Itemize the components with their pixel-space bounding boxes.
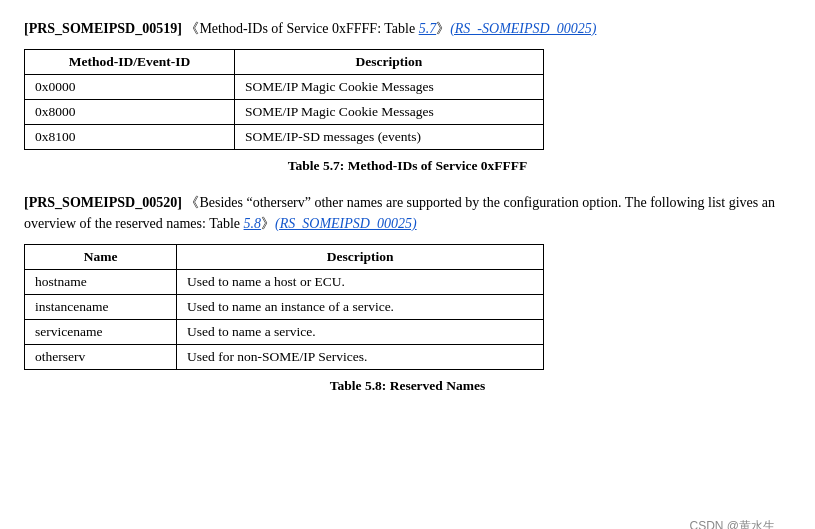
section1-col-header-0: Method-ID/Event-ID [25,50,235,75]
section1-table-header-row: Method-ID/Event-ID Description [25,50,544,75]
section2-cell-0-0: hostname [25,270,177,295]
section2-col-header-0: Name [25,245,177,270]
section2-caption: Table 5.8: Reserved Names [24,378,791,394]
section1-cell-2-1: SOME/IP-SD messages (events) [234,125,543,150]
section2-id: [PRS_SOMEIPSD_00520] [24,195,182,210]
section1-link1[interactable]: 5.7 [419,21,437,36]
table-row: otherservUsed for non-SOME/IP Services. [25,345,544,370]
section2-cell-3-1: Used for non-SOME/IP Services. [177,345,544,370]
table-row: servicenameUsed to name a service. [25,320,544,345]
section1-bracket-open: 《Method-IDs of Service 0xFFFF: Table [185,21,418,36]
section2-link2[interactable]: (RS_SOMEIPSD_00025) [275,216,417,231]
section1-cell-1-1: SOME/IP Magic Cookie Messages [234,100,543,125]
section1-cell-2-0: 0x8100 [25,125,235,150]
table-row: 0x8000SOME/IP Magic Cookie Messages [25,100,544,125]
section1-link2[interactable]: (RS_-SOMEIPSD_00025) [450,21,596,36]
section2-cell-2-0: servicename [25,320,177,345]
section2-table-header-row: Name Description [25,245,544,270]
section2-cell-0-1: Used to name a host or ECU. [177,270,544,295]
section1-table-container: Method-ID/Event-ID Description 0x0000SOM… [24,49,791,174]
section2-table: Name Description hostnameUsed to name a … [24,244,544,370]
section1-bracket-close: 》 [436,21,450,36]
section1-caption: Table 5.7: Method-IDs of Service 0xFFFF [24,158,791,174]
section1-header: [PRS_SOMEIPSD_00519] 《Method-IDs of Serv… [24,18,791,39]
section2-col-header-1: Description [177,245,544,270]
table-row: 0x8100SOME/IP-SD messages (events) [25,125,544,150]
table-row: instancenameUsed to name an instance of … [25,295,544,320]
page-wrapper: [PRS_SOMEIPSD_00519] 《Method-IDs of Serv… [24,18,791,529]
section2-cell-2-1: Used to name a service. [177,320,544,345]
section2-link1[interactable]: 5.8 [244,216,262,231]
section2-table-container: Name Description hostnameUsed to name a … [24,244,791,394]
section1-id: [PRS_SOMEIPSD_00519] [24,21,182,36]
section2-cell-3-0: otherserv [25,345,177,370]
section1-cell-0-1: SOME/IP Magic Cookie Messages [234,75,543,100]
section2-cell-1-1: Used to name an instance of a service. [177,295,544,320]
section-2: [PRS_SOMEIPSD_00520] 《Besides “otherserv… [24,192,791,394]
table-row: 0x0000SOME/IP Magic Cookie Messages [25,75,544,100]
section1-cell-0-0: 0x0000 [25,75,235,100]
section2-header: [PRS_SOMEIPSD_00520] 《Besides “otherserv… [24,192,791,234]
section1-cell-1-0: 0x8000 [25,100,235,125]
section1-col-header-1: Description [234,50,543,75]
section2-bracket: 》 [261,216,275,231]
section2-cell-1-0: instancename [25,295,177,320]
table-row: hostnameUsed to name a host or ECU. [25,270,544,295]
watermark: CSDN @黄水生 [689,518,775,529]
section-1: [PRS_SOMEIPSD_00519] 《Method-IDs of Serv… [24,18,791,174]
section1-table: Method-ID/Event-ID Description 0x0000SOM… [24,49,544,150]
